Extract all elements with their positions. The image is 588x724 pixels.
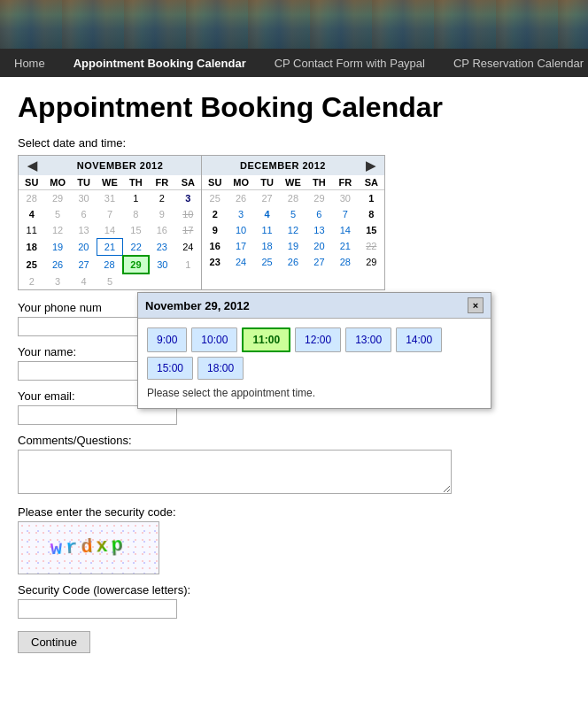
table-row: 29 bbox=[44, 190, 70, 207]
table-row: 8 bbox=[123, 206, 149, 222]
table-row[interactable]: 4 bbox=[19, 206, 44, 222]
time-slot-1000[interactable]: 10:00 bbox=[191, 327, 237, 352]
popup-title: November 29, 2012 bbox=[145, 299, 250, 312]
page-content: Appointment Booking Calendar Select date… bbox=[0, 77, 588, 667]
table-row[interactable]: 6 bbox=[306, 206, 332, 222]
security-field-container: Please enter the security code: wrdxp bbox=[18, 505, 570, 574]
table-row[interactable]: 11 bbox=[19, 222, 44, 239]
table-row[interactable]: 19 bbox=[44, 239, 70, 256]
time-slots-container: 9:00 10:00 11:00 12:00 13:00 14:00 15:00… bbox=[147, 327, 482, 380]
popup-header: November 29, 2012 × bbox=[138, 293, 491, 319]
security-code-label: Security Code (lowercase letters): bbox=[18, 583, 570, 597]
table-row[interactable]: 19 bbox=[280, 238, 306, 254]
table-row[interactable]: 17 bbox=[228, 238, 253, 254]
time-slot-900[interactable]: 9:00 bbox=[147, 327, 187, 352]
comments-field-container: Comments/Questions: bbox=[18, 434, 570, 497]
table-row: 25 bbox=[202, 190, 228, 207]
table-row[interactable]: 18 bbox=[19, 239, 44, 256]
table-row[interactable]: 13 bbox=[306, 222, 332, 238]
security-code-input[interactable] bbox=[18, 599, 177, 619]
calendar-november: ◀ NOVEMBER 2012 SU MO TU WE TH FR SA bbox=[19, 156, 201, 289]
table-row[interactable]: 30 bbox=[149, 256, 174, 273]
table-row: 12 bbox=[44, 222, 70, 239]
table-row[interactable]: 29 bbox=[359, 254, 384, 270]
table-row: 30 bbox=[332, 190, 358, 207]
table-row[interactable]: 4 bbox=[254, 206, 280, 222]
security-code-field-container: Security Code (lowercase letters): bbox=[18, 583, 570, 619]
table-row[interactable]: 21 bbox=[332, 238, 358, 254]
table-row: 9 bbox=[149, 206, 174, 222]
table-row[interactable]: 25 bbox=[254, 254, 280, 270]
nov-29-cell[interactable]: 29 bbox=[123, 256, 149, 273]
table-row: 10 bbox=[175, 206, 201, 222]
continue-button[interactable]: Continue bbox=[18, 631, 90, 653]
col-sa: SA bbox=[175, 175, 201, 190]
col-fr: FR bbox=[149, 175, 174, 190]
table-row[interactable]: 7 bbox=[332, 206, 358, 222]
table-row: 27 bbox=[254, 190, 280, 207]
prev-month-button[interactable]: ◀ bbox=[22, 158, 43, 173]
table-row[interactable]: 5 bbox=[280, 206, 306, 222]
nav-paypal[interactable]: CP Contact Form with Paypal bbox=[260, 49, 439, 77]
next-month-button[interactable]: ▶ bbox=[360, 158, 381, 173]
security-label: Please enter the security code: bbox=[18, 505, 570, 519]
table-row[interactable]: 27 bbox=[71, 256, 97, 273]
table-row[interactable]: 23 bbox=[149, 239, 174, 256]
captcha-image: wrdxp bbox=[18, 521, 159, 574]
time-picker-popup: November 29, 2012 × 9:00 10:00 11:00 12:… bbox=[137, 292, 491, 409]
december-grid: SU MO TU WE TH FR SA 25 26 bbox=[202, 175, 384, 270]
table-row[interactable]: 3 bbox=[228, 206, 253, 222]
table-row[interactable]: 21 bbox=[97, 239, 122, 256]
table-row[interactable]: 20 bbox=[306, 238, 332, 254]
table-row[interactable]: 14 bbox=[332, 222, 358, 238]
col-tu: TU bbox=[254, 175, 280, 190]
table-row[interactable]: 22 bbox=[123, 239, 149, 256]
table-row[interactable]: 24 bbox=[175, 239, 201, 256]
table-row[interactable]: 2 bbox=[149, 190, 174, 207]
table-row[interactable]: 11 bbox=[254, 222, 280, 238]
table-row: 16 bbox=[149, 222, 174, 239]
table-row[interactable]: 26 bbox=[280, 254, 306, 270]
table-row[interactable]: 27 bbox=[306, 254, 332, 270]
table-row: 2 bbox=[19, 273, 44, 289]
popup-close-button[interactable]: × bbox=[468, 297, 484, 313]
time-slot-1400[interactable]: 14:00 bbox=[396, 327, 442, 352]
table-row: 28 bbox=[19, 190, 44, 207]
nav-home[interactable]: Home bbox=[0, 49, 59, 77]
table-row[interactable]: 25 bbox=[19, 256, 44, 273]
table-row[interactable]: 9 bbox=[202, 222, 228, 238]
table-row[interactable]: 18 bbox=[254, 238, 280, 254]
table-row[interactable]: 23 bbox=[202, 254, 228, 270]
table-row[interactable]: 26 bbox=[44, 256, 70, 273]
table-row[interactable]: 20 bbox=[71, 239, 97, 256]
time-slot-1200[interactable]: 12:00 bbox=[295, 327, 341, 352]
table-row: 28 bbox=[280, 190, 306, 207]
table-row[interactable]: 8 bbox=[359, 206, 384, 222]
table-row[interactable]: 1 bbox=[359, 190, 384, 207]
time-slot-1500[interactable]: 15:00 bbox=[147, 357, 193, 380]
comments-label: Comments/Questions: bbox=[18, 434, 570, 447]
table-row[interactable]: 3 bbox=[175, 190, 201, 207]
table-row[interactable]: 28 bbox=[97, 256, 122, 273]
table-row[interactable]: 12 bbox=[280, 222, 306, 238]
table-row[interactable]: 24 bbox=[228, 254, 253, 270]
table-row[interactable]: 15 bbox=[359, 222, 384, 238]
table-row[interactable]: 28 bbox=[332, 254, 358, 270]
table-row: 5 bbox=[97, 273, 122, 289]
col-th: TH bbox=[306, 175, 332, 190]
time-slot-1300[interactable]: 13:00 bbox=[345, 327, 391, 352]
col-fr: FR bbox=[332, 175, 358, 190]
table-row[interactable]: 10 bbox=[228, 222, 253, 238]
time-slot-1100[interactable]: 11:00 bbox=[242, 327, 290, 352]
table-row[interactable]: 16 bbox=[202, 238, 228, 254]
col-we: WE bbox=[97, 175, 122, 190]
time-slot-1800[interactable]: 18:00 bbox=[197, 357, 244, 380]
table-row: 22 bbox=[359, 238, 384, 254]
nav-booking[interactable]: Appointment Booking Calendar bbox=[59, 49, 260, 77]
table-row: 29 bbox=[306, 190, 332, 207]
nav-reservation[interactable]: CP Reservation Calendar bbox=[439, 49, 588, 77]
table-row[interactable]: 2 bbox=[202, 206, 228, 222]
table-row[interactable]: 1 bbox=[123, 190, 149, 207]
col-su: SU bbox=[19, 175, 44, 190]
comments-textarea[interactable] bbox=[18, 450, 452, 494]
